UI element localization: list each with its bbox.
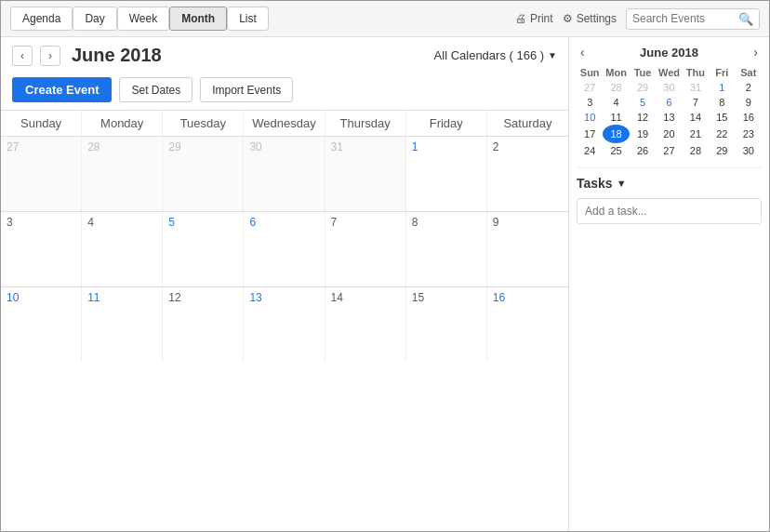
- mini-day-cell[interactable]: 18: [603, 125, 629, 143]
- tab-list[interactable]: List: [227, 7, 269, 31]
- mini-day-cell[interactable]: 17: [577, 125, 603, 143]
- day-cell[interactable]: 11: [82, 287, 163, 362]
- mini-day-cell[interactable]: 7: [683, 95, 709, 110]
- mini-day-cell[interactable]: 28: [603, 80, 629, 95]
- mini-day-cell[interactable]: 30: [736, 143, 762, 158]
- day-number[interactable]: 8: [412, 216, 418, 229]
- day-cell[interactable]: 9: [487, 212, 568, 286]
- day-cell[interactable]: 10: [1, 287, 82, 362]
- day-number[interactable]: 15: [412, 291, 424, 304]
- mini-day-cell[interactable]: 13: [656, 110, 682, 125]
- mini-day-cell[interactable]: 9: [736, 95, 762, 110]
- day-cell[interactable]: 7: [325, 212, 406, 286]
- day-headers: SundayMondayTuesdayWednesdayThursdayFrid…: [1, 111, 568, 137]
- day-cell[interactable]: 31: [325, 137, 406, 211]
- tab-week[interactable]: Week: [117, 7, 169, 31]
- day-number[interactable]: 13: [249, 291, 261, 304]
- tasks-header: Tasks ▼: [577, 176, 762, 191]
- day-cell[interactable]: 4: [82, 212, 163, 286]
- day-number[interactable]: 7: [331, 216, 338, 229]
- search-input[interactable]: [632, 12, 735, 25]
- mini-day-cell[interactable]: 4: [603, 95, 629, 110]
- mini-day-cell[interactable]: 29: [709, 143, 735, 158]
- mini-day-cell[interactable]: 31: [683, 80, 709, 95]
- day-number[interactable]: 29: [168, 140, 180, 153]
- day-number[interactable]: 30: [249, 140, 261, 153]
- mini-prev-month-button[interactable]: ‹: [577, 45, 589, 60]
- print-button[interactable]: 🖨 Print: [515, 12, 553, 25]
- mini-day-cell[interactable]: 24: [577, 143, 603, 158]
- mini-day-cell[interactable]: 23: [736, 125, 762, 143]
- day-number[interactable]: 10: [7, 291, 19, 304]
- day-number[interactable]: 9: [493, 216, 499, 229]
- day-number[interactable]: 14: [331, 291, 343, 304]
- day-number[interactable]: 28: [87, 140, 100, 153]
- day-cell[interactable]: 6: [244, 212, 325, 286]
- day-cell[interactable]: 2: [487, 137, 568, 211]
- mini-day-cell[interactable]: 14: [683, 110, 709, 125]
- mini-day-cell[interactable]: 10: [577, 110, 603, 125]
- print-icon: 🖨: [515, 12, 526, 25]
- import-events-button[interactable]: Import Events: [200, 77, 293, 102]
- mini-day-cell[interactable]: 19: [630, 125, 656, 143]
- mini-day-cell[interactable]: 30: [656, 80, 682, 95]
- day-number[interactable]: 31: [331, 140, 343, 153]
- day-number[interactable]: 1: [412, 140, 418, 153]
- mini-day-cell[interactable]: 27: [656, 143, 682, 158]
- mini-day-cell[interactable]: 5: [630, 95, 656, 110]
- day-number[interactable]: 12: [168, 291, 180, 304]
- day-number[interactable]: 3: [7, 216, 13, 229]
- mini-day-cell[interactable]: 12: [630, 110, 656, 125]
- day-cell[interactable]: 5: [163, 212, 244, 286]
- next-month-button[interactable]: ›: [40, 46, 60, 66]
- mini-panel: ‹ June 2018 › SunMonTueWedThuFriSat 2728…: [569, 37, 769, 531]
- tab-day[interactable]: Day: [73, 7, 116, 31]
- tab-agenda[interactable]: Agenda: [10, 7, 73, 31]
- day-cell[interactable]: 27: [1, 137, 82, 211]
- day-cell[interactable]: 30: [244, 137, 325, 211]
- mini-day-cell[interactable]: 29: [630, 80, 656, 95]
- day-cell[interactable]: 15: [406, 287, 487, 362]
- day-number[interactable]: 11: [87, 291, 100, 304]
- day-cell[interactable]: 16: [487, 287, 568, 362]
- mini-calendar: ‹ June 2018 › SunMonTueWedThuFriSat 2728…: [577, 45, 762, 158]
- mini-day-cell[interactable]: 1: [709, 80, 735, 95]
- day-cell[interactable]: 8: [406, 212, 487, 286]
- mini-day-cell[interactable]: 16: [736, 110, 762, 125]
- calendar-filter[interactable]: All Calendars ( 166 ) ▼: [434, 48, 557, 62]
- mini-day-cell[interactable]: 26: [630, 143, 656, 158]
- tab-month[interactable]: Month: [169, 7, 227, 31]
- day-cell[interactable]: 13: [244, 287, 325, 362]
- prev-month-button[interactable]: ‹: [12, 46, 33, 66]
- day-cell[interactable]: 28: [82, 137, 163, 211]
- day-cell[interactable]: 29: [163, 137, 244, 211]
- day-number[interactable]: 4: [87, 216, 94, 229]
- add-task-input[interactable]: [577, 198, 762, 224]
- day-number[interactable]: 27: [7, 140, 19, 153]
- mini-next-month-button[interactable]: ›: [750, 45, 762, 60]
- mini-day-cell[interactable]: 11: [603, 110, 629, 125]
- day-cell[interactable]: 3: [1, 212, 82, 286]
- day-number[interactable]: 5: [168, 216, 175, 229]
- mini-day-cell[interactable]: 2: [736, 80, 762, 95]
- create-event-button[interactable]: Create Event: [12, 77, 112, 102]
- day-cell[interactable]: 1: [406, 137, 487, 211]
- mini-day-cell[interactable]: 15: [709, 110, 735, 125]
- day-number[interactable]: 16: [493, 291, 505, 304]
- day-number[interactable]: 6: [249, 216, 256, 229]
- mini-day-cell[interactable]: 21: [683, 125, 709, 143]
- mini-day-cell[interactable]: 3: [577, 95, 603, 110]
- mini-day-cell[interactable]: 20: [656, 125, 682, 143]
- day-cell[interactable]: 12: [163, 287, 244, 362]
- day-cell[interactable]: 14: [325, 287, 406, 362]
- mini-day-cell[interactable]: 25: [603, 143, 629, 158]
- mini-day-cell[interactable]: 8: [709, 95, 735, 110]
- settings-button[interactable]: ⚙ Settings: [563, 12, 617, 25]
- mini-day-cell[interactable]: 28: [683, 143, 709, 158]
- calendar-grid: SundayMondayTuesdayWednesdayThursdayFrid…: [1, 110, 568, 531]
- mini-day-cell[interactable]: 6: [656, 95, 682, 110]
- mini-day-cell[interactable]: 22: [709, 125, 735, 143]
- day-number[interactable]: 2: [493, 140, 499, 153]
- mini-day-cell[interactable]: 27: [577, 80, 603, 95]
- set-dates-button[interactable]: Set Dates: [119, 77, 192, 102]
